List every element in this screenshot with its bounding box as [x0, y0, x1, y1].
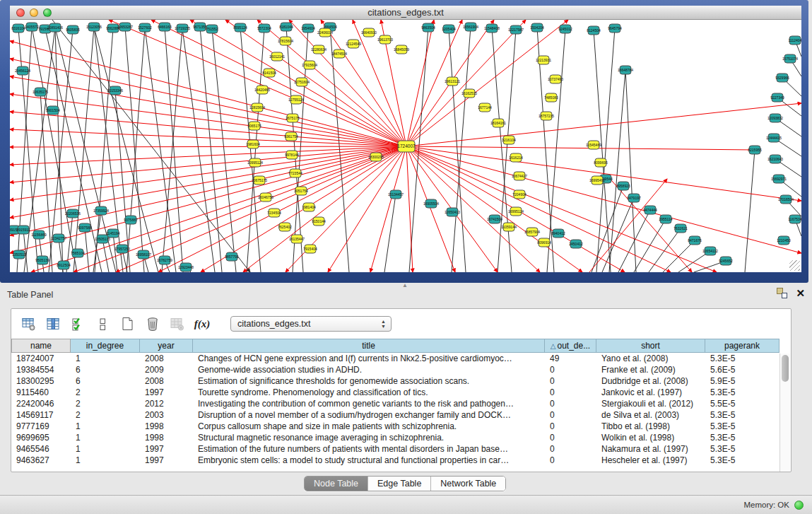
graph-node[interactable]: 12444415	[766, 134, 782, 142]
graph-node[interactable]: 9329966	[775, 74, 789, 82]
graph-edge[interactable]	[85, 228, 89, 272]
graph-node[interactable]: 9863504	[421, 23, 435, 32]
graph-node[interactable]: 8595124	[233, 23, 247, 32]
graph-node[interactable]: 9857791	[225, 252, 239, 261]
graph-node[interactable]: 9097588	[78, 223, 92, 232]
graph-node[interactable]: 8099695	[594, 158, 608, 167]
graph-edge[interactable]	[452, 27, 471, 272]
graph-node[interactable]: 1724007	[397, 141, 416, 152]
graph-edge[interactable]	[10, 146, 406, 165]
graph-node[interactable]: 16640910	[361, 28, 377, 37]
graph-node[interactable]: 1145194	[106, 229, 119, 238]
graph-edge[interactable]	[17, 27, 32, 272]
select-column-icon[interactable]	[46, 317, 61, 331]
graph-edge[interactable]	[492, 28, 512, 272]
graph-node[interactable]: 20206536	[65, 209, 81, 218]
graph-node[interactable]: 16782759	[157, 256, 172, 264]
graph-node[interactable]: 1112404	[789, 36, 801, 45]
function-builder-icon[interactable]: f(x)	[194, 317, 210, 331]
graph-node[interactable]: 17016504	[778, 195, 794, 204]
table-row[interactable]: 911546021997Tourette syndrome. Phenomeno…	[11, 387, 791, 398]
graph-node[interactable]: 12280634	[311, 45, 326, 54]
graph-node[interactable]: 19613703	[377, 35, 393, 44]
graph-node[interactable]: 16995124	[508, 207, 524, 216]
graph-node[interactable]: 6479197	[627, 194, 641, 202]
graph-node[interactable]: 16162515	[461, 89, 477, 98]
graph-node[interactable]: 9227349	[770, 93, 784, 102]
graph-edge[interactable]	[240, 28, 261, 272]
graph-node[interactable]: 12650413	[445, 208, 460, 216]
graph-edge[interactable]	[384, 194, 396, 272]
graph-edge[interactable]	[162, 28, 182, 272]
graph-edge[interactable]	[745, 150, 755, 272]
graph-node[interactable]: 9978144	[285, 151, 299, 159]
table-row[interactable]: 946554611997Estimation of the future num…	[11, 443, 791, 455]
graph-node[interactable]: 2675175	[286, 114, 300, 122]
graph-node[interactable]: 751552	[206, 25, 218, 33]
delete-column-icon[interactable]	[145, 317, 160, 331]
graph-node[interactable]: 20153346	[107, 86, 123, 95]
table-select-combobox[interactable]: citations_edges.txt ▲▼	[230, 316, 392, 332]
graph-edge[interactable]	[200, 27, 222, 272]
column-settings-icon[interactable]	[21, 317, 37, 331]
graph-node[interactable]: 16905504	[423, 199, 439, 208]
graph-node[interactable]: 12213931	[536, 56, 551, 64]
graph-node[interactable]: 1677144	[478, 103, 492, 112]
graph-edge[interactable]	[102, 239, 109, 272]
graph-node[interactable]: 3915911	[16, 226, 30, 234]
graph-node[interactable]: 16958107	[136, 250, 151, 259]
graph-edge[interactable]	[406, 146, 755, 150]
graph-edge[interactable]	[182, 28, 215, 272]
graph-node[interactable]: 3051754	[294, 187, 308, 195]
graph-edge[interactable]	[449, 29, 466, 272]
graph-node[interactable]: 14420465	[254, 86, 270, 94]
graph-node[interactable]: 10654112	[702, 247, 718, 255]
column-header-name[interactable]: name	[11, 339, 71, 353]
graph-node[interactable]: 10737493	[548, 75, 563, 83]
graph-node[interactable]: 1167534	[788, 215, 801, 223]
graph-node[interactable]: 7625402	[278, 223, 292, 231]
graph-node[interactable]: 2955114	[659, 215, 672, 223]
network-window-titlebar[interactable]: citations_edges.txt	[10, 6, 801, 20]
graph-node[interactable]: 10995124	[247, 158, 263, 167]
graph-edge[interactable]	[406, 146, 801, 201]
graph-edge[interactable]	[10, 146, 406, 218]
new-column-icon[interactable]	[120, 317, 136, 331]
graph-edge[interactable]	[52, 20, 250, 272]
graph-edge[interactable]	[10, 146, 406, 182]
graph-edge[interactable]	[406, 146, 413, 272]
column-header-pagerank[interactable]: pagerank	[705, 339, 779, 353]
graph-node[interactable]: 10719155	[175, 24, 190, 33]
zoom-window-icon[interactable]	[43, 8, 52, 17]
graph-node[interactable]: 7234504	[267, 209, 281, 217]
graph-node[interactable]: 20456124	[15, 66, 30, 75]
graph-node[interactable]: 8958923	[616, 182, 630, 190]
table-row[interactable]: 1872400712008Changes of HCN gene express…	[11, 353, 791, 364]
table-row[interactable]: 977716911998Corpus callosum shape and si…	[11, 421, 791, 432]
graph-node[interactable]: 9474444	[643, 206, 657, 214]
graph-node[interactable]: 1405572	[25, 23, 39, 31]
graph-edge[interactable]	[594, 30, 611, 272]
graph-node[interactable]: 7723544	[288, 169, 302, 177]
column-header-out_de[interactable]: △out_de...	[545, 339, 596, 353]
graph-node[interactable]: 12124549	[346, 40, 361, 48]
graph-node[interactable]: 7632621	[673, 224, 688, 233]
graph-edge[interactable]	[625, 70, 636, 272]
graph-node[interactable]: 17815604	[278, 37, 293, 45]
graph-node[interactable]: 16741504	[487, 215, 502, 223]
view-resize-grip[interactable]	[789, 260, 800, 271]
table-row[interactable]: 1830029562008Estimation of significance …	[11, 375, 791, 387]
graph-node[interactable]: 10653287	[117, 23, 133, 31]
graph-node[interactable]: 9245012	[558, 25, 572, 33]
graph-node[interactable]: 9361754	[284, 132, 298, 141]
graph-node[interactable]: 1350513	[12, 250, 26, 259]
graph-node[interactable]: 2450412	[569, 240, 583, 248]
graph-edge[interactable]	[39, 235, 44, 272]
graph-edge[interactable]	[498, 30, 516, 272]
graph-node[interactable]: 12093832	[767, 114, 783, 122]
table-row[interactable]: 1938455462009Genome-wide association stu…	[11, 364, 791, 375]
graph-edge[interactable]	[634, 219, 666, 272]
graph-node[interactable]: 1504204	[530, 23, 544, 32]
graph-node[interactable]: 16648784	[618, 66, 633, 74]
column-header-in_degree[interactable]: in_degree	[71, 339, 140, 353]
